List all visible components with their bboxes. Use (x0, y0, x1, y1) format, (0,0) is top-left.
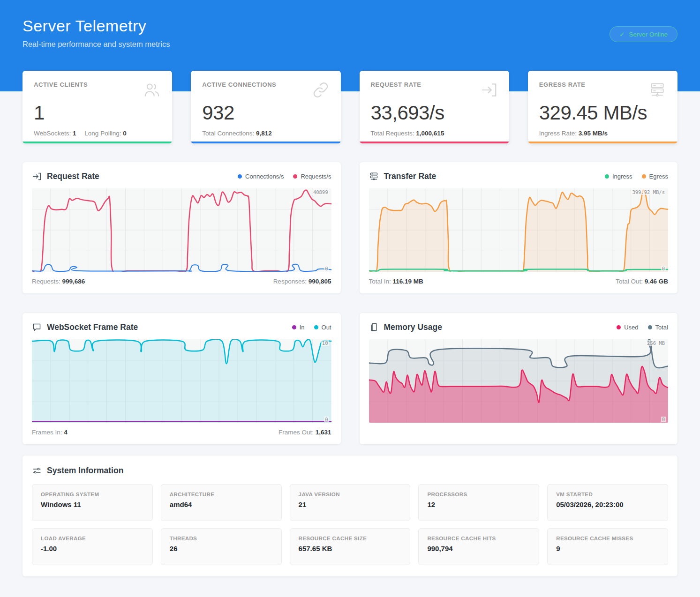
stat-accent-bar (360, 142, 509, 143)
y-axis-max-label: 399.92 MB/s (631, 189, 666, 195)
chart-card-transfer-rate: Transfer Rate Ingress Egress 399.92 MB/s… (360, 162, 678, 293)
legend-dot (605, 174, 609, 179)
legend-item: In (292, 324, 305, 331)
legend: Ingress Egress (605, 173, 668, 180)
stat-label: ACTIVE CLIENTS (34, 81, 88, 88)
stat-accent-bar (23, 142, 172, 143)
legend: Used Total (617, 324, 668, 331)
sys-item-architecture: ARCHITECTURE amd64 (161, 484, 282, 521)
legend-item: Total (648, 324, 668, 331)
stat-card-active-clients: ACTIVE CLIENTS 1 WebSockets: 1 Long Poll… (23, 71, 172, 143)
sign-in-icon (480, 81, 498, 101)
stat-card-active-connections: ACTIVE CONNECTIONS 932 Total Connections… (191, 71, 340, 143)
chat-bubble-icon (32, 322, 42, 332)
page-subtitle: Real-time performance and system metrics (23, 40, 170, 49)
legend-dot (648, 325, 652, 329)
legend-dot (642, 174, 646, 179)
chart-card-request-rate: Request Rate Connections/s Requests/s 40… (23, 162, 341, 293)
request-rate-chart: 40899 0 (32, 188, 331, 272)
transfer-rate-chart: 399.92 MB/s 0 (369, 188, 669, 272)
legend: In Out (292, 324, 331, 331)
stat-card-egress-rate: EGRESS RATE 329.45 MB/s Ingress Rate: 3.… (528, 71, 677, 143)
stat-label: EGRESS RATE (539, 81, 586, 88)
websocket-frame-rate-chart: 10 0 (32, 339, 331, 423)
sign-in-icon (32, 172, 42, 181)
system-information-card: System Information OPERATING SYSTEM Wind… (23, 455, 677, 576)
chart-footer: Requests: 999,686 Responses: 990,805 (32, 278, 331, 285)
legend-item: Requests/s (293, 173, 331, 180)
stat-value: 932 (202, 102, 329, 124)
server-icon (369, 172, 379, 181)
stat-value: 33,693/s (371, 102, 498, 124)
legend: Connections/s Requests/s (238, 173, 331, 180)
sys-item-operating-system: OPERATING SYSTEM Windows 11 (32, 484, 153, 521)
legend-dot (314, 325, 318, 329)
charts-grid: Request Rate Connections/s Requests/s 40… (23, 162, 677, 444)
sys-item-threads: THREADS 26 (161, 528, 282, 565)
chart-footer: Frames In: 4 Frames Out: 1,631 (32, 429, 331, 436)
sys-item-java-version: JAVA VERSION 21 (290, 484, 411, 521)
link-icon (312, 81, 330, 101)
chart-title: Memory Usage (384, 322, 443, 332)
chart-footer: Total In: 116.19 MB Total Out: 9.46 GB (369, 278, 669, 285)
stat-label: REQUEST RATE (371, 81, 422, 88)
chart-title: WebSocket Frame Rate (47, 322, 138, 332)
stat-accent-bar (528, 142, 677, 143)
y-axis-min-label: 0 (661, 266, 666, 271)
chart-title: Transfer Rate (384, 172, 437, 181)
status-badge: ✓ Server Online (610, 26, 677, 42)
system-info-grid: OPERATING SYSTEM Windows 11 ARCHITECTURE… (32, 484, 668, 565)
chart-card-websocket-frame-rate: WebSocket Frame Rate In Out 10 0 Frames … (23, 313, 341, 444)
sys-item-resource-cache-hits: RESOURCE CACHE HITS 990,794 (418, 528, 539, 565)
legend-dot (292, 325, 296, 329)
legend-dot (293, 174, 297, 179)
legend-item: Connections/s (238, 173, 284, 180)
chart-title: Request Rate (47, 172, 99, 181)
users-icon (143, 81, 161, 101)
sys-item-vm-started: VM STARTED 05/03/2026, 20:23:00 (547, 484, 668, 521)
memory-usage-chart: 256 MB 0 (369, 339, 669, 423)
stat-value: 329.45 MB/s (539, 102, 666, 124)
sys-item-processors: PROCESSORS 12 (418, 484, 539, 521)
legend-item: Out (314, 324, 331, 331)
stat-label: ACTIVE CONNECTIONS (202, 81, 276, 88)
legend-item: Egress (642, 173, 668, 180)
y-axis-max-label: 256 MB (646, 340, 666, 346)
stat-detail: WebSockets: 1 Long Polling: 0 (34, 130, 161, 137)
memory-icon (369, 322, 379, 332)
legend-item: Used (617, 324, 638, 331)
status-badge-label: Server Online (629, 31, 668, 38)
stat-detail: Ingress Rate: 3.95 MB/s (539, 130, 666, 137)
page-title: Server Telemetry (23, 17, 170, 35)
section-title: System Information (47, 466, 123, 476)
legend-item: Ingress (605, 173, 632, 180)
chart-card-memory-usage: Memory Usage Used Total 256 MB 0 (360, 313, 678, 444)
stat-detail: Total Connections: 9,812 (202, 130, 329, 137)
server-icon (648, 81, 666, 101)
stats-row: ACTIVE CLIENTS 1 WebSockets: 1 Long Poll… (23, 71, 677, 143)
stat-detail: Total Requests: 1,000,615 (371, 130, 498, 137)
y-axis-min-label: 0 (324, 417, 329, 422)
sys-item-resource-cache-misses: RESOURCE CACHE MISSES 9 (547, 528, 668, 565)
y-axis-min-label: 0 (661, 417, 666, 422)
legend-dot (617, 325, 621, 329)
stat-card-request-rate: REQUEST RATE 33,693/s Total Requests: 1,… (360, 71, 509, 143)
sys-item-load-average: LOAD AVERAGE -1.00 (32, 528, 153, 565)
check-icon: ✓ (619, 30, 625, 38)
header-text: Server Telemetry Real-time performance a… (23, 17, 170, 49)
stat-accent-bar (191, 142, 340, 143)
sys-item-resource-cache-size: RESOURCE CACHE SIZE 657.65 KB (290, 528, 411, 565)
sliders-icon (32, 466, 42, 476)
y-axis-min-label: 0 (324, 266, 329, 271)
y-axis-max-label: 10 (321, 340, 329, 346)
stat-value: 1 (34, 102, 161, 124)
legend-dot (238, 174, 242, 179)
y-axis-max-label: 40899 (312, 189, 329, 195)
